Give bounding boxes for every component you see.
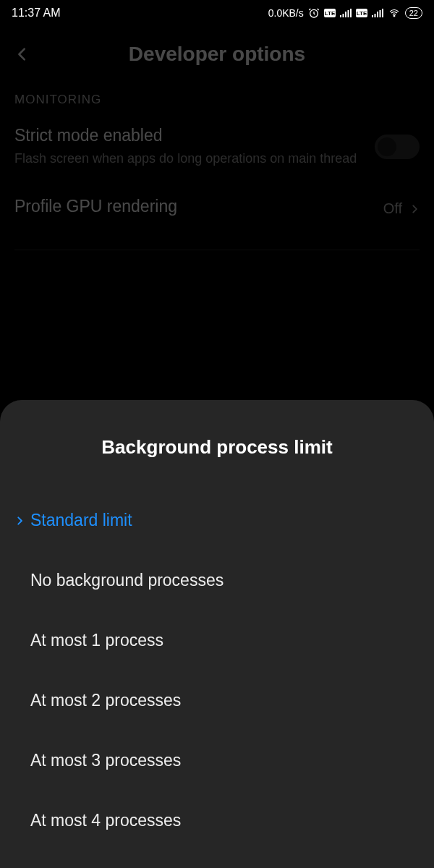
- option-label: At most 2 processes: [30, 691, 181, 710]
- options-list: Standard limitNo background processesAt …: [0, 490, 434, 851]
- signal-icon: [340, 9, 352, 17]
- svg-text:LTE: LTE: [324, 10, 335, 17]
- setting-strict-mode[interactable]: Strict mode enabled Flash screen when ap…: [14, 126, 420, 168]
- sheet-option[interactable]: Standard limit: [0, 490, 434, 550]
- bottom-sheet: Background process limit Standard limitN…: [0, 400, 434, 868]
- signal-icon-2: [372, 9, 383, 17]
- alarm-icon: [308, 7, 320, 19]
- svg-rect-6: [347, 10, 349, 17]
- option-label: Standard limit: [30, 511, 132, 530]
- sheet-option[interactable]: At most 4 processes: [0, 791, 434, 851]
- svg-rect-12: [377, 12, 378, 17]
- divider: [14, 250, 420, 250]
- sheet-option[interactable]: At most 3 processes: [0, 731, 434, 791]
- volte-icon: LTE: [324, 9, 336, 17]
- option-label: At most 3 processes: [30, 751, 181, 770]
- page-title: Developer options: [35, 43, 399, 66]
- chevron-right-icon: [409, 202, 420, 216]
- status-time: 11:37 AM: [12, 7, 61, 20]
- setting-title: Profile GPU rendering: [14, 197, 372, 216]
- net-speed: 0.0KB/s: [268, 7, 304, 19]
- setting-value: Off: [383, 200, 402, 217]
- sheet-option[interactable]: At most 1 process: [0, 610, 434, 671]
- svg-rect-7: [350, 9, 352, 17]
- toggle-switch[interactable]: [375, 135, 420, 159]
- svg-rect-4: [342, 14, 344, 17]
- svg-text:LTE: LTE: [356, 10, 367, 17]
- svg-rect-5: [345, 12, 346, 17]
- section-label: MONITORING: [14, 93, 420, 107]
- svg-rect-13: [379, 10, 380, 17]
- chevron-right-icon: [10, 514, 29, 528]
- svg-rect-3: [340, 15, 341, 17]
- sheet-option[interactable]: No background processes: [0, 550, 434, 610]
- svg-rect-11: [374, 14, 375, 17]
- wifi-icon: [388, 8, 401, 18]
- setting-gpu-rendering[interactable]: Profile GPU rendering Off: [14, 197, 420, 221]
- svg-rect-14: [382, 9, 383, 17]
- volte-icon-2: LTE: [356, 9, 367, 17]
- svg-rect-10: [372, 15, 373, 17]
- page-header: Developer options: [14, 26, 420, 82]
- svg-point-15: [393, 15, 395, 17]
- sheet-title: Background process limit: [0, 436, 434, 459]
- status-right: 0.0KB/s LTE LTE 22: [268, 7, 422, 19]
- battery-indicator: 22: [405, 7, 422, 19]
- setting-subtitle: Flash screen when apps do long operation…: [14, 150, 363, 168]
- option-label: At most 1 process: [30, 631, 163, 650]
- back-icon[interactable]: [14, 46, 35, 62]
- sheet-option[interactable]: At most 2 processes: [0, 671, 434, 731]
- option-label: No background processes: [30, 571, 224, 590]
- option-label: At most 4 processes: [30, 811, 181, 830]
- status-bar: 11:37 AM 0.0KB/s LTE LTE 22: [0, 0, 434, 26]
- setting-title: Strict mode enabled: [14, 126, 363, 145]
